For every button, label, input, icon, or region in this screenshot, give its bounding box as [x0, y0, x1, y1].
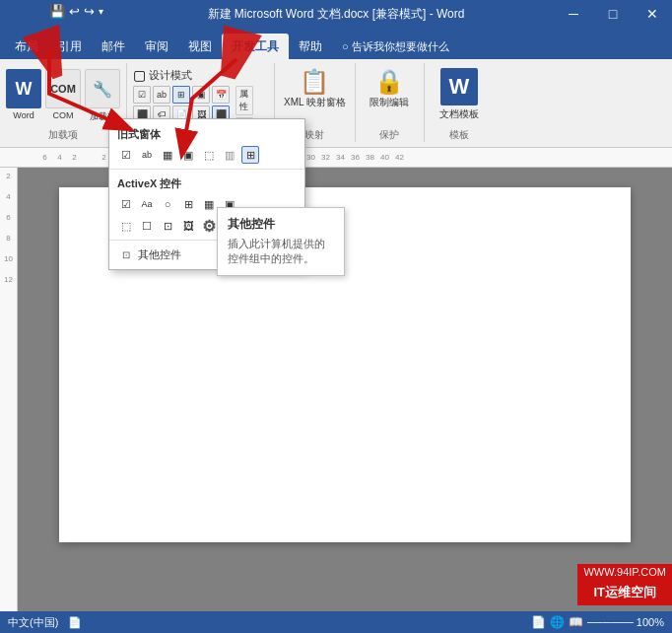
save-icon[interactable]: 💾 [49, 4, 65, 19]
legacy-frame-btn[interactable]: ⬚ [200, 146, 218, 164]
dropdown-section-legacy: 旧式窗体 [109, 123, 304, 144]
vertical-ruler: 2 4 6 8 10 12 [0, 168, 18, 611]
doc-template-button[interactable]: W 文档模板 [431, 65, 488, 124]
status-bar: 中文(中国) 📄 📄 🌐 📖 ────── 100% [0, 611, 672, 633]
quick-access-toolbar[interactable]: 💾 ↩ ↪ ▾ [49, 4, 103, 19]
close-button[interactable]: ✕ [633, 0, 672, 28]
watermark-brand: IT运维空间 [577, 580, 672, 605]
group-label-addins: 加载项 [6, 126, 120, 142]
tab-mail[interactable]: 邮件 [92, 34, 135, 59]
legacy-controls-row1: ☑ ab ⊞ ▣ 📅 [133, 86, 230, 104]
menu-separator-1 [109, 169, 304, 170]
activex-listbox-btn[interactable]: ⊞ [179, 195, 197, 213]
activex-label-btn[interactable]: ⊡ [159, 217, 176, 235]
page-icon: 📄 [68, 616, 82, 629]
other-controls-btn[interactable]: ⊡ [117, 246, 135, 263]
group-label-template: 模板 [431, 126, 488, 142]
title-bar: 💾 ↩ ↪ ▾ 新建 Microsoft Word 文档.docx [兼容模式]… [0, 0, 672, 28]
ribbon-group-template: W 文档模板 模板 [425, 63, 494, 142]
maximize-button[interactable]: □ [593, 0, 633, 28]
watermark-url: WWW.94IP.COM [577, 564, 672, 580]
legacy-other-btn[interactable]: ⊞ [241, 146, 259, 164]
tooltip-title: 其他控件 [228, 216, 334, 233]
activex-radio-btn[interactable]: ○ [159, 195, 176, 213]
activex-combo-btn[interactable]: ▦ [200, 195, 218, 213]
ribbon-tabs: 布局 引用 邮件 审阅 视图 开发工具 帮助 ○ 告诉我你想要做什么 [0, 28, 672, 59]
tab-view[interactable]: 视图 [178, 34, 222, 59]
legacy-grid-btn[interactable]: ▦ [159, 146, 176, 164]
dropdown-section-activex: ActiveX 控件 [109, 173, 304, 193]
tab-help[interactable]: 帮助 [289, 34, 332, 59]
tooltip-box: 其他控件 插入此计算机提供的控件组中的控件。 [217, 207, 345, 276]
com-addin-button[interactable]: COM COM [45, 69, 81, 120]
redo-icon[interactable]: ↪ [84, 4, 95, 19]
language-indicator[interactable]: 中文(中国) [8, 615, 58, 630]
ribbon: W Word COM COM 🔧 加载项 加载项 ▢ 设计模式 [0, 59, 672, 148]
activex-controls-label: ActiveX 控件 [117, 176, 181, 191]
undo-icon[interactable]: ↩ [69, 4, 80, 19]
zoom-slider[interactable]: ────── 100% [587, 616, 664, 628]
word-addin-button[interactable]: W Word [6, 69, 41, 120]
properties-btn[interactable]: 属性 [235, 86, 253, 115]
date-icon-btn[interactable]: 📅 [212, 86, 230, 104]
activex-spinner-btn[interactable]: ⬚ [117, 217, 135, 235]
legacy-shade-btn[interactable]: ▥ [221, 146, 238, 164]
tooltip-desc: 插入此计算机提供的控件组中的控件。 [228, 237, 334, 267]
grid-icon-btn[interactable]: ⊞ [172, 86, 190, 104]
other-controls-label[interactable]: 其他控件 [138, 247, 181, 262]
view-mode-web[interactable]: 🌐 [550, 615, 565, 629]
dropdown-arrow-icon[interactable]: ▾ [99, 6, 103, 17]
activex-checkbox-btn[interactable]: ☑ [117, 195, 135, 213]
xml-mapping-button[interactable]: 📋 XML 映射窗格 [281, 65, 349, 112]
tab-search[interactable]: ○ 告诉我你想要做什么 [332, 34, 459, 59]
tab-reference[interactable]: 引用 [48, 34, 92, 59]
textbox-icon-btn[interactable]: ab [153, 86, 170, 104]
view-mode-print[interactable]: 📄 [531, 615, 546, 629]
minimize-button[interactable]: ─ [554, 0, 593, 28]
legacy-controls-row: ☑ ab ▦ ▣ ⬚ ▥ ⊞ [109, 144, 304, 166]
legacy-text-btn[interactable]: ab [138, 146, 156, 164]
activex-scroll-btn[interactable]: ☐ [138, 217, 156, 235]
activex-text-btn[interactable]: Aa [138, 195, 156, 213]
checkbox-icon-btn[interactable]: ☑ [133, 86, 151, 104]
tab-developer[interactable]: 开发工具 [222, 34, 289, 59]
ribbon-group-protect: 🔒 限制编辑 保护 [356, 63, 425, 142]
horizontal-ruler: 6 4 2 2 4 6 8 10 12 14 16 18 20 22 24 26… [0, 148, 672, 168]
group-label-protect: 保护 [362, 126, 418, 142]
activex-more-btn[interactable]: ⚙ [200, 217, 218, 235]
watermark: WWW.94IP.COM IT运维空间 [577, 564, 672, 605]
addin-button[interactable]: 🔧 加载项 [85, 69, 120, 123]
tab-layout[interactable]: 布局 [5, 34, 48, 59]
window-controls[interactable]: ─ □ ✕ [554, 0, 672, 28]
legacy-combo-btn[interactable]: ▣ [179, 146, 197, 164]
tab-review[interactable]: 审阅 [135, 34, 178, 59]
combo-icon-btn[interactable]: ▣ [192, 86, 210, 104]
activex-image-btn[interactable]: 🖼 [179, 217, 197, 235]
legacy-checkbox-btn[interactable]: ☑ [117, 146, 135, 164]
design-mode-toggle[interactable]: ▢ 设计模式 [133, 67, 268, 83]
view-mode-read[interactable]: 📖 [569, 615, 583, 629]
window-title: 新建 Microsoft Word 文档.docx [兼容模式] - Word [208, 6, 465, 23]
restrict-editing-button[interactable]: 🔒 限制编辑 [362, 65, 418, 112]
legacy-forms-label: 旧式窗体 [117, 127, 161, 142]
